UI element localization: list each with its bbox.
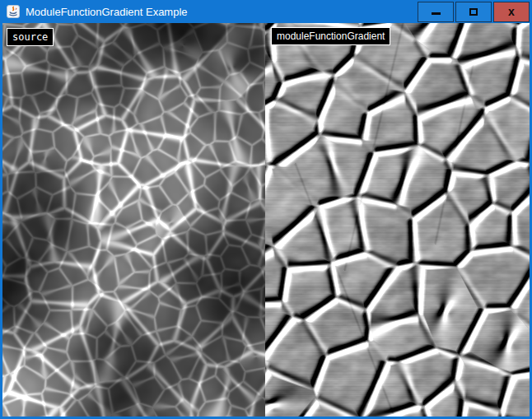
gradient-label: moduleFunctionGradient xyxy=(271,27,390,45)
source-label: source xyxy=(7,28,54,46)
maximize-icon xyxy=(469,8,478,16)
window-controls: x xyxy=(418,1,530,22)
java-app-icon xyxy=(7,5,20,18)
gradient-image xyxy=(265,23,530,417)
content-area: source moduleFunctionGradient xyxy=(2,23,530,417)
close-icon: x xyxy=(508,6,515,17)
app-window: ModuleFunctionGradient Example x source … xyxy=(0,0,532,419)
source-image xyxy=(2,23,265,417)
titlebar[interactable]: ModuleFunctionGradient Example x xyxy=(0,0,532,23)
window-title: ModuleFunctionGradient Example xyxy=(26,5,418,18)
minimize-button[interactable] xyxy=(418,2,454,22)
java-coffee-cup-icon xyxy=(7,5,20,18)
panel-source: source xyxy=(2,23,265,417)
panel-gradient: moduleFunctionGradient xyxy=(265,23,530,417)
maximize-button[interactable] xyxy=(455,2,492,22)
minimize-icon xyxy=(432,12,441,15)
close-button[interactable]: x xyxy=(493,2,530,22)
